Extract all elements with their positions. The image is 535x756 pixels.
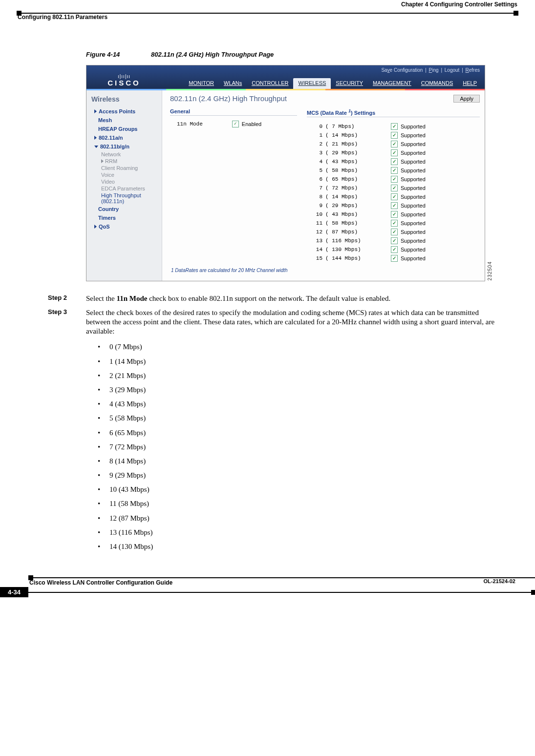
tab-monitor[interactable]: MONITOR	[184, 78, 219, 89]
mcs-rate: ( 14 Mbps)	[325, 194, 369, 200]
rate-bullet: 4 (43 Mbps)	[100, 397, 500, 411]
label-supported: Supported	[401, 194, 426, 200]
row-11n-mode: 11n Mode Enabled	[170, 121, 297, 127]
rate-bullet: 9 (29 Mbps)	[100, 468, 500, 483]
mcs-row: 13( 116 Mbps)Supported	[307, 236, 480, 245]
rate-bullet: 1 (14 Mbps)	[100, 355, 500, 369]
sidebar-hreap[interactable]: HREAP Groups	[86, 125, 162, 133]
mcs-rate: ( 21 Mbps)	[325, 141, 369, 147]
sidebar-mesh[interactable]: Mesh	[86, 116, 162, 125]
sidebar: Wireless Access Points Mesh HREAP Groups…	[86, 90, 162, 281]
checkbox-mcs[interactable]	[391, 167, 398, 174]
checkbox-mcs[interactable]	[391, 202, 398, 209]
sidebar-access-points[interactable]: Access Points	[86, 107, 162, 116]
main-panel: 802.11n (2.4 GHz) High Throughput Apply …	[162, 90, 485, 281]
mcs-rate: ( 43 Mbps)	[325, 211, 369, 217]
page-title: 802.11n (2.4 GHz) High Throughput	[170, 94, 287, 103]
checkbox-mcs[interactable]	[391, 149, 398, 156]
footer-guide-title: Cisco Wireless LAN Controller Configurat…	[29, 579, 535, 586]
apply-button[interactable]: Apply	[453, 95, 480, 103]
mcs-row: 12( 87 Mbps)Supported	[307, 228, 480, 236]
rate-bullet: 14 (130 Mbps)	[100, 540, 500, 554]
sidebar-edca[interactable]: EDCA Parameters	[86, 185, 162, 192]
checkbox-mcs[interactable]	[391, 132, 398, 139]
sidebar-voice[interactable]: Voice	[86, 171, 162, 178]
sidebar-country[interactable]: Country	[86, 205, 162, 213]
mcs-rate: ( 14 Mbps)	[325, 132, 369, 138]
mcs-rate: ( 58 Mbps)	[325, 220, 369, 226]
logo-text: CISCO	[86, 79, 162, 87]
link-logout[interactable]: Logout	[445, 67, 460, 73]
link-save-config[interactable]: Save Configuration	[381, 67, 423, 73]
sidebar-network[interactable]: Network	[86, 151, 162, 158]
mcs-row: 7( 72 Mbps)Supported	[307, 184, 480, 192]
checkbox-mcs[interactable]	[391, 193, 398, 200]
sidebar-rrm[interactable]: RRM	[86, 158, 162, 165]
link-ping[interactable]: Ping	[429, 67, 439, 73]
sidebar-high-throughput[interactable]: High Throughput (802.11n)	[86, 192, 162, 205]
rate-bullet-list: 0 (7 Mbps)1 (14 Mbps)2 (21 Mbps)3 (29 Mb…	[86, 340, 500, 554]
mcs-rate: ( 72 Mbps)	[325, 185, 369, 191]
mcs-index: 7	[314, 185, 322, 191]
tab-wlans[interactable]: WLANs	[219, 78, 247, 89]
label-supported: Supported	[401, 141, 426, 147]
label-supported: Supported	[401, 220, 426, 226]
mcs-rate: ( 29 Mbps)	[325, 203, 369, 209]
checkbox-mcs[interactable]	[391, 185, 398, 191]
checkbox-mcs[interactable]	[391, 123, 398, 130]
sidebar-qos[interactable]: QoS	[86, 222, 162, 231]
mcs-row: 14( 130 Mbps)Supported	[307, 245, 480, 254]
mcs-row: 4( 43 Mbps)Supported	[307, 157, 480, 166]
sidebar-timers[interactable]: Timers	[86, 213, 162, 222]
sidebar-client-roaming[interactable]: Client Roaming	[86, 165, 162, 171]
label-supported: Supported	[401, 159, 426, 165]
checkbox-mcs[interactable]	[391, 158, 398, 165]
mcs-index: 9	[314, 203, 322, 209]
rate-bullet: 3 (29 Mbps)	[100, 383, 500, 397]
checkbox-11n-mode[interactable]	[232, 121, 239, 127]
step3-label: Step 3	[48, 308, 86, 554]
mcs-list: 0( 7 Mbps)Supported1( 14 Mbps)Supported2…	[307, 122, 480, 263]
label-supported: Supported	[401, 211, 426, 217]
checkbox-mcs[interactable]	[391, 141, 398, 147]
link-refresh[interactable]: Refres	[466, 67, 480, 73]
mcs-row: 15( 144 Mbps)Supported	[307, 254, 480, 263]
label-supported: Supported	[401, 247, 426, 252]
mcs-rate: ( 58 Mbps)	[325, 168, 369, 173]
checkbox-mcs[interactable]	[391, 237, 398, 244]
mcs-index: 10	[314, 211, 322, 217]
label-supported: Supported	[401, 203, 426, 209]
tab-security[interactable]: SECURITY	[331, 78, 368, 89]
mcs-rate: ( 116 Mbps)	[325, 238, 369, 244]
mcs-rate: ( 29 Mbps)	[325, 150, 369, 156]
mcs-index: 8	[314, 194, 322, 200]
mcs-row: 2( 21 Mbps)Supported	[307, 140, 480, 148]
tab-wireless[interactable]: WIRELESS	[293, 78, 331, 89]
checkbox-mcs[interactable]	[391, 220, 398, 227]
checkbox-mcs[interactable]	[391, 229, 398, 235]
checkbox-mcs[interactable]	[391, 246, 398, 253]
image-id: 232504	[487, 261, 492, 280]
mcs-rate: ( 43 Mbps)	[325, 159, 369, 165]
tab-management[interactable]: MANAGEMENT	[368, 78, 416, 89]
mcs-rate: ( 87 Mbps)	[325, 229, 369, 235]
sidebar-video[interactable]: Video	[86, 178, 162, 185]
header-section	[18, 1, 19, 8]
rate-bullet: 6 (65 Mbps)	[100, 426, 500, 440]
checkbox-mcs[interactable]	[391, 176, 398, 183]
tab-commands[interactable]: COMMANDS	[416, 78, 458, 89]
tab-help[interactable]: HELP	[458, 78, 482, 89]
mcs-index: 12	[314, 229, 322, 235]
checkbox-mcs[interactable]	[391, 211, 398, 218]
mcs-index: 1	[314, 132, 322, 138]
mcs-index: 4	[314, 159, 322, 165]
top-utility-links: Save Configuration | Ping | Logout | Ref…	[380, 67, 481, 73]
checkbox-mcs[interactable]	[391, 255, 398, 262]
label-supported: Supported	[401, 185, 426, 191]
rate-bullet: 12 (87 Mbps)	[100, 511, 500, 525]
sidebar-80211an[interactable]: 802.11a/n	[86, 133, 162, 142]
sidebar-80211bgn[interactable]: 802.11b/g/n	[86, 142, 162, 151]
label-supported: Supported	[401, 229, 426, 235]
tab-controller[interactable]: CONTROLLER	[247, 78, 293, 89]
mcs-row: 1( 14 Mbps)Supported	[307, 131, 480, 140]
